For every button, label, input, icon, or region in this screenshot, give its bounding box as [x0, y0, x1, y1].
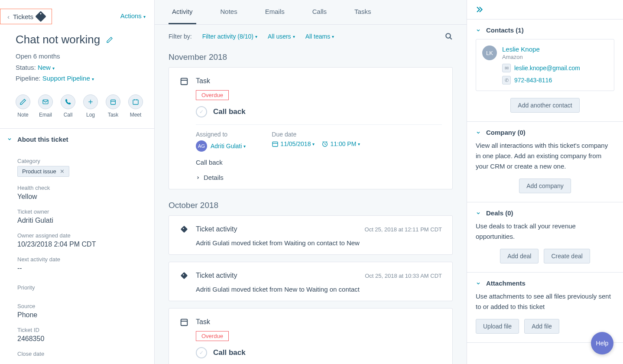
company-description: View all interactions with this ticket's… — [476, 140, 614, 172]
task-icon — [179, 317, 189, 327]
tab-notes[interactable]: Notes — [217, 0, 241, 24]
source-label: Source — [17, 303, 137, 309]
phone-icon: ✆ — [502, 76, 511, 84]
next-activity-value: -- — [17, 264, 137, 272]
filter-users-dropdown[interactable]: All users ▾ — [268, 33, 295, 40]
new-email-button[interactable]: Email — [38, 94, 53, 118]
svg-point-20 — [183, 228, 184, 229]
contact-phone-link[interactable]: ✆ 972-843-8116 — [502, 76, 580, 84]
new-call-button[interactable]: Call — [61, 94, 75, 118]
assignee-avatar: AG — [196, 140, 207, 152]
due-date-dropdown[interactable]: 11/05/2018 ▾ — [272, 140, 315, 147]
svg-point-8 — [446, 33, 451, 38]
create-deal-button[interactable]: Create deal — [544, 249, 590, 263]
svg-rect-23 — [181, 319, 188, 326]
tab-calls[interactable]: Calls — [309, 0, 330, 24]
contacts-section-toggle[interactable]: Contacts (1) — [476, 26, 614, 34]
category-label: Category — [17, 158, 137, 164]
deals-section-toggle[interactable]: Deals (0) — [476, 209, 614, 217]
task-title: Call back — [213, 107, 246, 116]
tab-activity[interactable]: Activity — [169, 0, 196, 24]
assignee-dropdown[interactable]: Adriti Gulati ▾ — [211, 143, 246, 150]
task-title: Call back — [213, 348, 246, 357]
expand-panel-button[interactable] — [475, 5, 615, 14]
remove-tag-button[interactable]: ✕ — [60, 168, 65, 175]
owner-value: Adriti Gulati — [17, 217, 137, 224]
edit-title-button[interactable] — [106, 36, 113, 43]
task-card: Task Overdue ✓ Call back — [169, 308, 453, 364]
complete-task-button[interactable]: ✓ — [196, 347, 207, 358]
chevron-left-icon: ‹ — [7, 13, 10, 20]
back-label: Tickets — [13, 13, 33, 20]
task-details-toggle[interactable]: Details — [196, 174, 442, 181]
svg-rect-19 — [181, 226, 188, 233]
add-contact-button[interactable]: Add another contact — [510, 98, 579, 113]
month-november: November 2018 — [155, 48, 467, 67]
add-file-button[interactable]: Add file — [524, 319, 559, 334]
search-button[interactable] — [445, 32, 453, 40]
card-type: Ticket activity — [196, 225, 237, 233]
attachments-header: Attachments — [486, 280, 526, 287]
pipeline-dropdown[interactable]: Support Pipeline ▾ — [42, 75, 94, 82]
svg-line-9 — [450, 37, 452, 39]
status-dropdown[interactable]: New ▾ — [38, 64, 55, 71]
health-label: Health check — [17, 185, 137, 191]
status-label: Status: — [16, 64, 36, 71]
activity-card: Ticket activity Oct 25, 2018 at 12:11 PM… — [169, 215, 453, 255]
assigned-value: 10/23/2018 2:04 PM CDT — [17, 240, 137, 248]
back-to-tickets-button[interactable]: ‹ Tickets — [0, 9, 52, 24]
company-section-toggle[interactable]: Company (0) — [476, 129, 614, 136]
contact-card: LK Leslie Knope Amazon ✉ leslie.knope@gm… — [476, 39, 614, 91]
chevron-down-icon: ▾ — [243, 144, 246, 149]
new-meet-button[interactable]: Meet — [128, 94, 143, 118]
pipeline-label: Pipeline: — [16, 75, 41, 82]
svg-line-16 — [325, 144, 326, 145]
tab-emails[interactable]: Emails — [262, 0, 288, 24]
activity-time: Oct 25, 2018 at 12:11 PM CDT — [365, 226, 442, 233]
tab-tasks[interactable]: Tasks — [351, 0, 374, 24]
ticketid-value: 2468350 — [17, 335, 137, 343]
closedate-label: Close date — [17, 351, 137, 357]
card-type: Task — [196, 77, 210, 85]
email-icon: ✉ — [502, 64, 511, 72]
complete-task-button[interactable]: ✓ — [196, 106, 207, 117]
month-october: October 2018 — [155, 196, 467, 215]
company-header: Company (0) — [486, 129, 526, 136]
source-value: Phone — [17, 311, 137, 319]
upload-file-button[interactable]: Upload file — [476, 319, 519, 334]
calendar-icon — [272, 140, 279, 147]
chevron-down-icon: ▾ — [293, 34, 295, 39]
about-section-toggle[interactable]: About this ticket — [0, 129, 154, 150]
new-task-button[interactable]: Task — [106, 94, 120, 118]
chevron-right-icon — [196, 176, 200, 180]
ticket-icon — [179, 271, 189, 280]
help-button[interactable]: Help — [591, 332, 613, 354]
add-company-button[interactable]: Add company — [519, 179, 571, 193]
deals-description: Use deals to track all your revenue oppo… — [476, 221, 614, 242]
attachments-section-toggle[interactable]: Attachments — [476, 280, 614, 287]
chevron-down-icon — [476, 281, 481, 286]
new-note-button[interactable]: Note — [16, 94, 30, 118]
card-type: Ticket activity — [196, 272, 237, 280]
contact-name-link[interactable]: Leslie Knope — [502, 46, 580, 53]
chevron-down-icon: ▾ — [92, 77, 94, 81]
contact-email-link[interactable]: ✉ leslie.knope@gmail.com — [502, 64, 580, 72]
add-deal-button[interactable]: Add deal — [500, 249, 539, 263]
new-log-button[interactable]: Log — [83, 94, 98, 118]
filter-activity-dropdown[interactable]: Filter activity (8/10) ▾ — [202, 33, 257, 40]
chevron-down-icon: ▾ — [143, 14, 146, 19]
filter-teams-dropdown[interactable]: All teams ▾ — [305, 33, 334, 40]
chevron-down-icon — [476, 130, 481, 135]
overdue-badge: Overdue — [196, 90, 229, 100]
card-type: Task — [196, 318, 210, 326]
ticket-icon — [179, 224, 189, 234]
contacts-header: Contacts (1) — [486, 26, 524, 34]
task-body: Call back — [196, 159, 442, 166]
actions-menu[interactable]: Actions ▾ — [120, 12, 146, 20]
chevron-down-icon: ▾ — [332, 34, 334, 39]
about-header: About this ticket — [17, 136, 68, 143]
due-time-dropdown[interactable]: 11:00 PM ▾ — [321, 140, 360, 147]
open-duration: Open 6 months — [16, 51, 139, 62]
next-activity-label: Next activity date — [17, 256, 137, 263]
clock-icon — [321, 140, 328, 147]
